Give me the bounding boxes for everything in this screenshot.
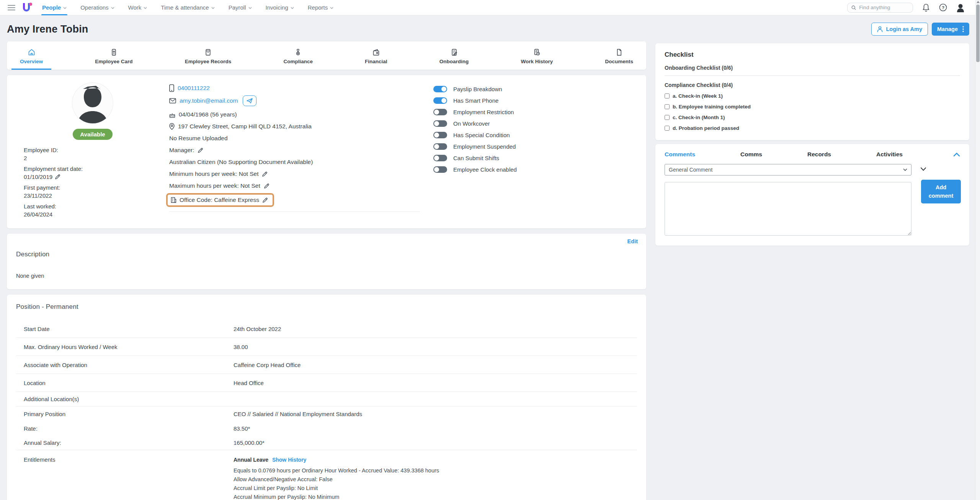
chevron-down-icon xyxy=(248,7,252,9)
nav-item-invoicing[interactable]: Invoicing xyxy=(266,0,294,15)
min-hours-row: Minimum hours per week: Not Set xyxy=(169,169,433,179)
edit-pencil-icon[interactable] xyxy=(198,148,203,153)
email-link[interactable]: amy.tobin@email.com xyxy=(180,97,238,104)
nav-item-people[interactable]: People xyxy=(42,0,67,15)
hamburger-menu-icon[interactable] xyxy=(8,5,15,10)
comments-tab-bar: Comments Comms Records Activities xyxy=(665,151,960,158)
payslip-breakdown-toggle[interactable] xyxy=(433,86,447,92)
manager-label: Manager: xyxy=(169,147,194,154)
table-row-primary-position: Primary Position CEO // Salaried // Nati… xyxy=(16,407,637,421)
field-value: 01/10/2019 xyxy=(24,173,52,181)
nav-item-time-attendance[interactable]: Time & attendance xyxy=(161,0,214,15)
table-row-additional-locations: Additional Location(s) xyxy=(16,392,637,407)
tab-comms[interactable]: Comms xyxy=(740,151,762,158)
manage-button[interactable]: Manage xyxy=(932,23,969,36)
expand-options-button[interactable] xyxy=(920,167,926,171)
manage-label: Manage xyxy=(937,26,958,32)
search-input[interactable] xyxy=(859,5,909,10)
help-button[interactable]: ? xyxy=(939,3,947,11)
comment-type-value: General Comment xyxy=(669,167,712,173)
compliance-checklist-header[interactable]: Compliance Checklist (0/4) xyxy=(665,82,960,88)
employee-avatar[interactable] xyxy=(72,83,113,123)
employment-restriction-toggle[interactable] xyxy=(433,109,447,115)
position-card: Position - Permanent Start Date 24th Oct… xyxy=(7,295,646,500)
can-submit-shifts-toggle[interactable] xyxy=(433,155,447,161)
toggle-row-has-smart-phone: Has Smart Phone xyxy=(433,97,637,104)
comment-type-select[interactable]: General Comment xyxy=(665,164,911,175)
edit-pencil-icon[interactable] xyxy=(262,197,268,203)
toggle-label: Employee Clock enabled xyxy=(453,166,517,173)
collapse-panel-button[interactable] xyxy=(953,152,960,157)
comment-textarea[interactable] xyxy=(665,182,911,236)
phone-link[interactable]: 0400111222 xyxy=(178,85,210,92)
phone-row: 0400111222 xyxy=(169,84,433,93)
top-navigation-bar: People Operations Work Time & attendance… xyxy=(0,0,980,15)
scrollbar-up-arrow[interactable] xyxy=(977,1,980,3)
field-label: Employment start date: xyxy=(24,165,169,173)
checkbox[interactable] xyxy=(665,93,670,98)
employment-suspended-toggle[interactable] xyxy=(433,143,447,150)
nav-item-work[interactable]: Work xyxy=(128,0,147,15)
tab-financial[interactable]: Financial xyxy=(356,41,396,70)
has-special-condition-toggle[interactable] xyxy=(433,132,447,138)
map-pin-icon xyxy=(169,123,175,130)
tab-onboarding[interactable]: Onboarding xyxy=(431,41,477,70)
app-logo[interactable] xyxy=(22,3,32,13)
toggle-row-employment-restriction: Employment Restriction xyxy=(433,109,637,115)
tab-employee-records[interactable]: Employee Records xyxy=(176,41,240,70)
tab-activities[interactable]: Activities xyxy=(876,151,903,158)
toggle-label: Has Smart Phone xyxy=(453,97,498,104)
tab-documents[interactable]: Documents xyxy=(596,41,642,70)
tab-label: Documents xyxy=(605,59,633,64)
toggle-label: On Workcover xyxy=(453,120,490,127)
send-email-button[interactable] xyxy=(243,95,256,106)
login-as-label: Login as Amy xyxy=(886,26,922,32)
toggle-label: Has Special Condition xyxy=(453,132,510,138)
tab-records[interactable]: Records xyxy=(807,151,831,158)
onboarding-checklist-header[interactable]: Onboarding Checklist (0/6) xyxy=(665,65,960,71)
scrollbar-thumb[interactable] xyxy=(976,5,980,62)
field-label: First payment: xyxy=(24,184,169,192)
user-avatar-button[interactable] xyxy=(956,3,965,12)
edit-pencil-icon[interactable] xyxy=(262,171,268,177)
nav-item-operations[interactable]: Operations xyxy=(80,0,114,15)
table-row-location: Location Head Office xyxy=(16,374,637,392)
nav-item-payroll[interactable]: Payroll xyxy=(229,0,252,15)
edit-description-link[interactable]: Edit xyxy=(627,238,638,244)
on-workcover-toggle[interactable] xyxy=(433,120,447,127)
notifications-button[interactable] xyxy=(922,3,930,12)
details-column: 0400111222 amy.tobin@email.com 04/04/196… xyxy=(169,82,433,221)
tab-work-history[interactable]: Work History xyxy=(512,41,561,70)
edit-pencil-icon[interactable] xyxy=(55,174,60,180)
login-as-button[interactable]: Login as Amy xyxy=(871,23,928,36)
tab-employee-card[interactable]: Employee Card xyxy=(87,41,141,70)
comments-card: Comments Comms Records Activities Genera… xyxy=(655,144,969,246)
show-history-link[interactable]: Show History xyxy=(272,457,306,463)
field-value: 2 xyxy=(24,154,27,162)
add-comment-button[interactable]: Add comment xyxy=(921,180,961,203)
nav-item-reports[interactable]: Reports xyxy=(308,0,334,15)
edit-pencil-icon[interactable] xyxy=(264,183,270,189)
row-label: Associate with Operation xyxy=(24,362,234,368)
tab-compliance[interactable]: Compliance xyxy=(275,41,321,70)
toggle-row-on-workcover: On Workcover xyxy=(433,120,637,127)
building-icon xyxy=(171,197,176,203)
checkbox[interactable] xyxy=(665,126,670,131)
checklist-item-probation: d. Probation period passed xyxy=(665,125,960,131)
paper-plane-icon xyxy=(247,98,253,103)
employee-clock-toggle[interactable] xyxy=(433,166,447,173)
checkbox[interactable] xyxy=(665,104,670,109)
bell-icon xyxy=(922,3,930,12)
checkbox[interactable] xyxy=(665,115,670,120)
tab-overview[interactable]: Overview xyxy=(11,41,51,70)
tab-comments[interactable]: Comments xyxy=(665,151,695,158)
has-smart-phone-toggle[interactable] xyxy=(433,97,447,104)
toggle-label: Payslip Breakdown xyxy=(453,86,502,92)
description-title: Description xyxy=(16,251,637,258)
table-row-operation: Associate with Operation Caffeine Corp H… xyxy=(16,356,637,374)
chevron-down-icon xyxy=(111,7,114,9)
checklist-item-week1: a. Check-in (Week 1) xyxy=(665,93,960,99)
row-value: 83.50* xyxy=(234,425,250,432)
manager-row: Manager: xyxy=(169,146,433,155)
nav-label: Time & attendance xyxy=(161,4,209,11)
